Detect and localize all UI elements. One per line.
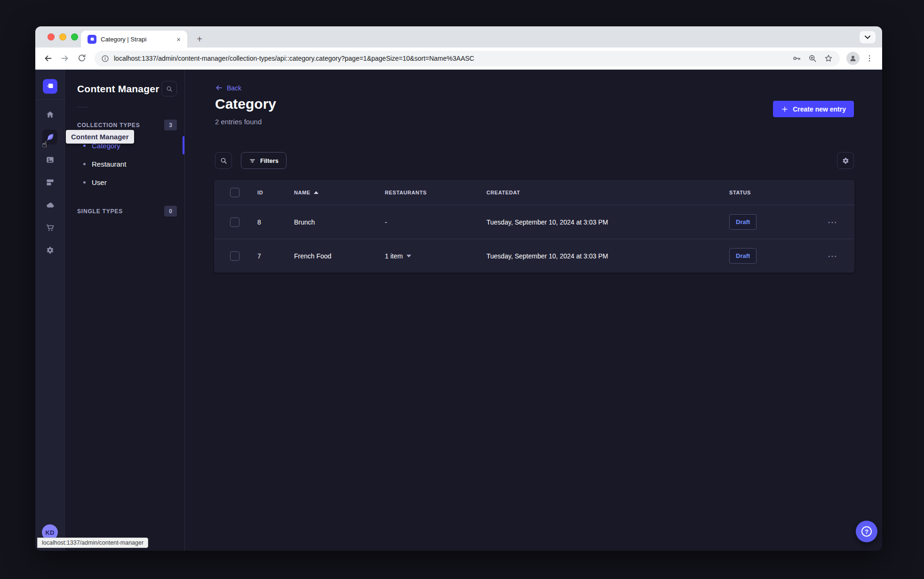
column-header-id[interactable]: ID xyxy=(257,190,294,195)
browser-window: Category | Strapi × + localhost:1337/adm… xyxy=(35,26,882,551)
nav-content-type-builder-button[interactable] xyxy=(42,175,57,190)
search-icon xyxy=(220,157,228,165)
content-manager-tooltip: Content Manager xyxy=(66,130,134,144)
column-header-status[interactable]: STATUS xyxy=(729,190,825,195)
maximize-window-button[interactable] xyxy=(71,33,78,40)
single-types-section: SINGLE TYPES 0 xyxy=(65,206,184,217)
nav-settings-button[interactable] xyxy=(42,242,57,257)
row-checkbox[interactable] xyxy=(230,217,239,227)
reload-button[interactable] xyxy=(75,51,89,65)
cloud-icon xyxy=(46,201,55,209)
column-header-name[interactable]: NAME xyxy=(294,190,385,195)
subnav-search-button[interactable] xyxy=(161,81,177,96)
back-button[interactable] xyxy=(41,51,55,65)
help-button[interactable]: ? xyxy=(856,521,877,542)
strapi-app: KD Content Manager COLLECTION TYPES 3 Ca… xyxy=(35,70,882,551)
layout-icon xyxy=(46,178,55,187)
cell-id: 8 xyxy=(257,218,294,226)
cell-name: Brunch xyxy=(294,218,385,226)
bullet-icon xyxy=(83,163,86,165)
gear-icon xyxy=(842,157,850,165)
search-icon xyxy=(166,85,173,93)
entries-count: 2 entries found xyxy=(215,118,262,126)
site-info-icon[interactable] xyxy=(101,55,109,63)
gear-icon xyxy=(46,246,55,255)
row-checkbox[interactable] xyxy=(230,251,239,261)
main-nav-rail: KD xyxy=(35,70,65,551)
rail-divider xyxy=(35,99,64,100)
forward-arrow-icon xyxy=(60,53,70,64)
sort-ascending-icon xyxy=(314,191,319,194)
window-controls xyxy=(48,33,78,40)
subnav-item-restaurant[interactable]: Restaurant xyxy=(65,155,184,173)
table-search-button[interactable] xyxy=(215,152,232,169)
column-header-createdat[interactable]: CREATEDAT xyxy=(486,190,729,195)
browser-profile-icon[interactable] xyxy=(846,52,860,65)
column-header-restaurants[interactable]: RESTAURANTS xyxy=(385,190,486,195)
subnav-title: Content Manager xyxy=(77,83,159,95)
bullet-icon xyxy=(83,181,86,184)
subnav-item-label: User xyxy=(92,178,107,186)
section-label: SINGLE TYPES xyxy=(77,208,123,215)
question-mark-icon: ? xyxy=(861,526,872,537)
media-library-icon xyxy=(46,155,55,164)
nav-cloud-button[interactable] xyxy=(42,197,57,212)
chevron-down-icon xyxy=(406,255,411,257)
filters-button[interactable]: Filters xyxy=(241,152,287,169)
tab-search-button[interactable] xyxy=(860,31,876,43)
main-content: Back Category 2 entries found Create new… xyxy=(185,70,882,551)
forward-button[interactable] xyxy=(58,51,72,65)
cell-name: French Food xyxy=(294,252,385,260)
cell-createdat: Tuesday, September 10, 2024 at 3:03 PM xyxy=(486,218,729,226)
password-key-icon[interactable] xyxy=(792,54,801,63)
mouse-cursor: ☝ xyxy=(42,139,47,150)
browser-toolbar: localhost:1337/admin/content-manager/col… xyxy=(35,48,882,70)
table-header-row: ID NAME RESTAURANTS CREATEDAT STATUS xyxy=(214,180,854,205)
strapi-logo[interactable] xyxy=(43,79,57,94)
desktop: { "browser": { "tab_title": "Category | … xyxy=(0,0,924,579)
nav-marketplace-button[interactable] xyxy=(42,220,57,235)
plus-icon xyxy=(781,105,789,113)
page-title: Category xyxy=(215,96,276,112)
close-window-button[interactable] xyxy=(48,33,55,40)
zoom-icon[interactable] xyxy=(808,54,817,63)
cell-restaurants[interactable]: 1 item xyxy=(385,252,486,260)
status-badge: Draft xyxy=(729,214,757,230)
browser-tab[interactable]: Category | Strapi × xyxy=(81,31,187,48)
cell-restaurants: - xyxy=(385,218,486,226)
close-tab-icon[interactable]: × xyxy=(175,35,183,44)
status-badge: Draft xyxy=(729,248,757,264)
subnav-divider xyxy=(77,107,88,107)
section-count-badge: 0 xyxy=(164,206,177,217)
chevron-down-icon xyxy=(865,35,870,39)
new-tab-button[interactable]: + xyxy=(193,33,206,45)
home-icon xyxy=(46,110,55,119)
view-settings-button[interactable] xyxy=(837,152,854,169)
active-item-indicator xyxy=(183,136,184,154)
cell-status: Draft xyxy=(729,248,825,264)
tab-title: Category | Strapi xyxy=(101,36,170,43)
address-bar[interactable]: localhost:1337/admin/content-manager/col… xyxy=(95,51,840,66)
collection-types-section: COLLECTION TYPES 3 xyxy=(65,120,184,130)
browser-menu-icon[interactable] xyxy=(862,51,876,65)
table-row[interactable]: 7 French Food 1 item Tuesday, September … xyxy=(214,239,854,273)
cell-createdat: Tuesday, September 10, 2024 at 3:03 PM xyxy=(486,252,729,260)
minimize-window-button[interactable] xyxy=(59,33,66,40)
url-text: localhost:1337/admin/content-manager/col… xyxy=(114,55,787,62)
nav-media-library-button[interactable] xyxy=(42,152,57,167)
back-arrow-icon xyxy=(43,53,53,64)
bookmark-star-icon[interactable] xyxy=(824,54,833,63)
status-bubble: localhost:1337/admin/content-manager xyxy=(37,538,148,548)
select-all-checkbox[interactable] xyxy=(230,188,239,197)
section-count-badge: 3 xyxy=(164,120,177,130)
create-new-entry-button[interactable]: Create new entry xyxy=(773,101,854,117)
table-row[interactable]: 8 Brunch - Tuesday, September 10, 2024 a… xyxy=(214,205,854,239)
shopping-cart-icon xyxy=(46,223,55,232)
cell-status: Draft xyxy=(729,214,825,230)
strapi-favicon-icon xyxy=(88,35,96,44)
back-link[interactable]: Back xyxy=(215,84,241,92)
nav-home-button[interactable] xyxy=(42,107,57,122)
bullet-icon xyxy=(83,145,86,147)
subnav-item-label: Restaurant xyxy=(92,160,126,168)
subnav-item-user[interactable]: User xyxy=(65,173,184,192)
